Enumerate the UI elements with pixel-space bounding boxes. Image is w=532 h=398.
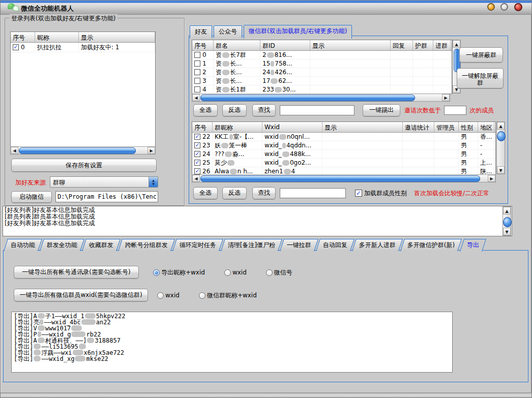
table-row[interactable]: 0资长7群2816... bbox=[192, 51, 452, 59]
column-header[interactable]: 邀请统计 bbox=[403, 122, 434, 132]
panel-tab[interactable]: 微信群(双击加载群员/右键更多功能) bbox=[244, 25, 352, 39]
member-table-vscrollbar[interactable]: ▲ ▼ bbox=[496, 121, 505, 174]
column-header[interactable]: 昵称 bbox=[35, 32, 79, 42]
column-header[interactable]: 序号 bbox=[11, 32, 35, 42]
member-search-input[interactable] bbox=[280, 188, 346, 198]
column-header[interactable]: 群ID bbox=[260, 40, 310, 50]
column-header[interactable]: 显示 bbox=[79, 32, 155, 42]
scroll-left-icon[interactable]: ◀ bbox=[192, 175, 200, 182]
row-checkbox[interactable] bbox=[194, 69, 200, 75]
scroll-left-icon[interactable]: ◀ bbox=[11, 147, 18, 154]
column-header[interactable]: 回复 bbox=[391, 40, 413, 50]
bottom-tab[interactable]: 自动回复 bbox=[316, 239, 354, 251]
column-header[interactable]: Wxid bbox=[262, 122, 322, 132]
radio-circle[interactable] bbox=[199, 292, 205, 299]
scroll-up-icon[interactable]: ▲ bbox=[497, 122, 505, 130]
bottom-tab[interactable]: 清理[备注]僵尸粉 bbox=[221, 239, 282, 251]
radio-option[interactable]: 导出昵称+wxid bbox=[153, 268, 205, 277]
kick-members-button[interactable]: 一键踢出 bbox=[363, 104, 400, 116]
member-search-button[interactable]: 查找 bbox=[252, 187, 276, 199]
scroll-up-icon[interactable]: ▲ bbox=[453, 40, 460, 48]
bottom-tab[interactable]: 循环定时任务 bbox=[172, 239, 223, 251]
row-checkbox[interactable]: ✓ bbox=[194, 142, 200, 148]
bottom-tab[interactable]: 一键拉群 bbox=[280, 239, 318, 251]
column-header[interactable]: 序号 bbox=[192, 122, 213, 132]
scroll-left-icon[interactable]: ◀ bbox=[192, 94, 200, 101]
table-row[interactable]: ✓26Alwan h...zhen14男陕... bbox=[192, 167, 495, 174]
member-table-hscrollbar[interactable]: ◀ ▶ bbox=[192, 174, 496, 182]
log-vscrollbar[interactable]: ▲ ▼ bbox=[503, 206, 511, 236]
login-table-hscrollbar[interactable]: ◀ ▶ bbox=[10, 146, 156, 155]
save-settings-button[interactable]: 保存所有设置 bbox=[11, 159, 157, 172]
scrollbar-thumb[interactable] bbox=[497, 131, 506, 141]
table-row[interactable]: ✓23妖笼一棒wxid_4qddn...男- bbox=[192, 141, 495, 150]
row-checkbox[interactable]: ✓ bbox=[194, 134, 200, 140]
row-checkbox[interactable]: ✓ bbox=[194, 151, 200, 157]
bottom-tab[interactable]: 导出 bbox=[460, 239, 486, 252]
export-output-box[interactable]: [导出]A子1——wxid_15hkpv222[导出]亮——wxid_4bcan… bbox=[11, 312, 453, 373]
scroll-right-icon[interactable]: ▶ bbox=[147, 147, 155, 154]
row-checkbox[interactable]: ✓ bbox=[13, 44, 19, 50]
column-header[interactable]: 群名 bbox=[214, 40, 260, 50]
group-search-input[interactable] bbox=[280, 105, 354, 115]
table-row[interactable]: 1资长...15758... bbox=[192, 59, 452, 68]
radio-option[interactable]: wxid bbox=[157, 292, 180, 299]
scroll-right-icon[interactable]: ▶ bbox=[488, 175, 495, 182]
panel-tab[interactable]: 公众号 bbox=[214, 25, 242, 38]
bottom-tab[interactable]: 跨帐号分组群发 bbox=[118, 239, 175, 251]
column-header[interactable]: 性别 bbox=[459, 122, 478, 132]
launch-wechat-button[interactable]: 启动微信 bbox=[11, 191, 52, 203]
group-search-button[interactable]: 查找 bbox=[252, 104, 276, 116]
table-row[interactable]: ✓22KK工室-【...wxidn0qnl...男香... bbox=[192, 133, 495, 141]
load-gender-checkbox[interactable]: ✓ bbox=[355, 190, 362, 197]
column-header[interactable]: 管理员 bbox=[434, 122, 459, 132]
log-box[interactable]: [好友列表]好友基本信息加载完成[群员列表]群员基本信息加载完成[好友列表]好友… bbox=[3, 206, 512, 236]
scrollbar-thumb[interactable] bbox=[200, 95, 415, 101]
scrollbar-thumb[interactable] bbox=[503, 217, 512, 227]
kick-threshold-input[interactable] bbox=[444, 106, 466, 115]
radio-option[interactable]: wxid bbox=[224, 269, 247, 276]
friend-source-select[interactable]: 群聊 ▲▼ bbox=[50, 176, 158, 188]
column-header[interactable]: 护群 bbox=[413, 40, 433, 50]
bottom-tab[interactable]: 多开微信护群(新) bbox=[400, 239, 462, 251]
row-checkbox[interactable] bbox=[194, 52, 200, 58]
scroll-down-icon[interactable]: ▼ bbox=[503, 228, 511, 235]
panel-tab[interactable]: 好友 bbox=[190, 25, 212, 38]
group-table-hscrollbar[interactable]: ◀ ▶ bbox=[192, 94, 450, 102]
group-select-all-button[interactable]: 全选 bbox=[193, 104, 218, 116]
close-button[interactable] bbox=[514, 3, 522, 11]
wechat-path-input[interactable] bbox=[55, 191, 158, 202]
column-header[interactable]: 显示 bbox=[322, 122, 403, 132]
group-invert-select-button[interactable]: 反选 bbox=[222, 104, 247, 116]
table-row[interactable]: ✓0扒拉扒拉加载好友中: 1 bbox=[11, 43, 155, 52]
radio-circle[interactable] bbox=[157, 292, 164, 299]
table-row[interactable]: ✓24???淼...wxid_488k...男- bbox=[192, 150, 495, 159]
minimize-button[interactable] bbox=[487, 3, 495, 11]
scroll-down-icon[interactable]: ▼ bbox=[497, 166, 505, 174]
column-header[interactable]: 序号 bbox=[192, 40, 214, 50]
unblock-group-button[interactable]: 一键解除屏蔽群 bbox=[457, 68, 504, 88]
table-row[interactable]: ✓25莫少wxid_0go2...男上... bbox=[192, 159, 495, 167]
scroll-right-icon[interactable]: ▶ bbox=[442, 94, 450, 101]
column-header[interactable]: 群昵称 bbox=[213, 122, 262, 132]
radio-option[interactable]: 微信号 bbox=[266, 268, 292, 277]
scrollbar-thumb[interactable] bbox=[200, 175, 480, 182]
maximize-button[interactable] bbox=[500, 3, 508, 11]
table-row[interactable]: 2资长...24426... bbox=[192, 68, 452, 77]
radio-circle[interactable] bbox=[224, 269, 231, 276]
radio-circle[interactable] bbox=[266, 269, 273, 276]
radio-circle[interactable] bbox=[153, 269, 160, 276]
table-row[interactable]: 4资长1群23330... bbox=[192, 85, 452, 94]
radio-option[interactable]: 微信群昵称+wxid bbox=[199, 291, 257, 300]
row-checkbox[interactable] bbox=[194, 86, 200, 93]
row-checkbox[interactable]: ✓ bbox=[194, 168, 200, 174]
export-contacts-button[interactable]: 一键导出所有帐号通讯录(需要勾选帐号) bbox=[14, 266, 139, 279]
export-members-button[interactable]: 一键导出所有微信群员wxid(需要勾选微信群) bbox=[14, 289, 148, 301]
member-invert-select-button[interactable]: 反选 bbox=[222, 187, 247, 199]
row-checkbox[interactable]: ✓ bbox=[194, 160, 200, 166]
row-checkbox[interactable] bbox=[194, 60, 200, 67]
bottom-tab[interactable]: 自动功能 bbox=[4, 239, 42, 251]
table-row[interactable]: 3资长...1762... bbox=[192, 77, 452, 85]
bottom-tab[interactable]: 群发全功能 bbox=[40, 239, 84, 251]
column-header[interactable]: 显示 bbox=[310, 40, 391, 50]
